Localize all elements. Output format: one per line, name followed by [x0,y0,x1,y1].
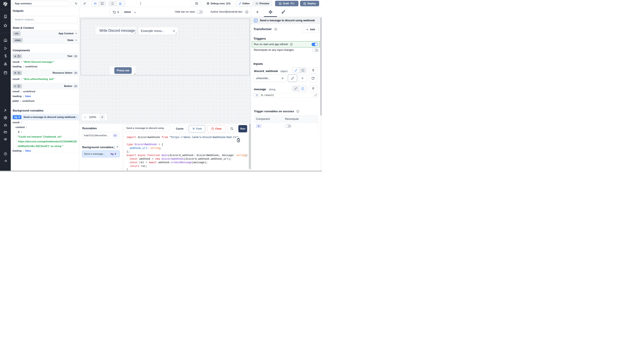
svg-text:f: f [302,70,303,71]
svg-text:f: f [302,88,303,90]
svg-text:f: f [255,19,256,22]
